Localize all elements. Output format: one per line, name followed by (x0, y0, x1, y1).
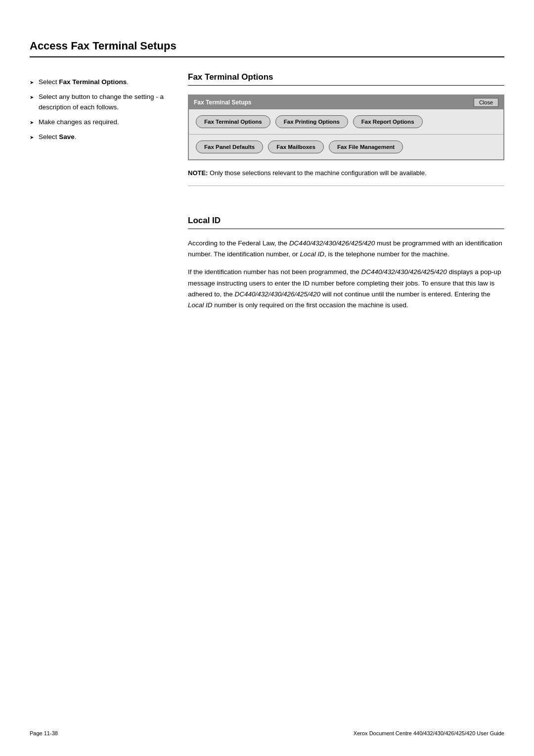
footer-document-title: Xerox Document Centre 440/432/430/426/42… (354, 730, 504, 736)
local-id-section: Local ID According to the Federal Law, t… (188, 216, 504, 311)
local-id-heading: Local ID (188, 216, 504, 229)
fax-terminal-section: Select Fax Terminal Options. Select any … (30, 72, 504, 201)
local-id-paragraph-1: According to the Federal Law, the DC440/… (188, 238, 504, 260)
bold-text-1: Fax Terminal Options (59, 78, 127, 86)
ui-buttons-row-2: Fax Panel Defaults Fax Mailboxes Fax Fil… (189, 135, 503, 159)
page-footer: Page 11-38 Xerox Document Centre 440/432… (30, 730, 504, 736)
ui-buttons-row-1: Fax Terminal Options Fax Printing Option… (189, 109, 503, 135)
close-button[interactable]: Close (474, 98, 498, 107)
bullet-item-1: Select Fax Terminal Options. (30, 77, 168, 87)
note-text: NOTE: Only those selections relevant to … (188, 168, 504, 186)
fax-terminal-heading: Fax Terminal Options (188, 72, 504, 86)
fax-mailboxes-button[interactable]: Fax Mailboxes (268, 141, 324, 153)
left-column: Select Fax Terminal Options. Select any … (30, 72, 168, 201)
ui-title-label: Fax Terminal Setups (194, 99, 251, 106)
fax-panel-defaults-button[interactable]: Fax Panel Defaults (196, 141, 263, 153)
bullet-item-4: Select Save. (30, 132, 168, 142)
fax-terminal-options-button[interactable]: Fax Terminal Options (196, 115, 270, 128)
footer-page-number: Page 11-38 (30, 730, 58, 736)
ui-dialog-box: Fax Terminal Setups Close Fax Terminal O… (188, 94, 504, 160)
bullet-item-3: Make changes as required. (30, 117, 168, 127)
note-body: Only those selections relevant to the ma… (210, 169, 427, 177)
fax-report-options-button[interactable]: Fax Report Options (353, 115, 423, 128)
bullet-list: Select Fax Terminal Options. Select any … (30, 77, 168, 142)
ui-titlebar: Fax Terminal Setups Close (189, 95, 503, 109)
fax-file-management-button[interactable]: Fax File Management (329, 141, 403, 153)
local-id-paragraph-2: If the identification number has not bee… (188, 267, 504, 311)
bullet-item-2: Select any button to change the setting … (30, 92, 168, 112)
page-title: Access Fax Terminal Setups (30, 40, 504, 57)
bold-text-save: Save (59, 133, 75, 141)
right-column: Fax Terminal Options Fax Terminal Setups… (188, 72, 504, 201)
note-label: NOTE: (188, 169, 208, 177)
fax-printing-options-button[interactable]: Fax Printing Options (275, 115, 348, 128)
